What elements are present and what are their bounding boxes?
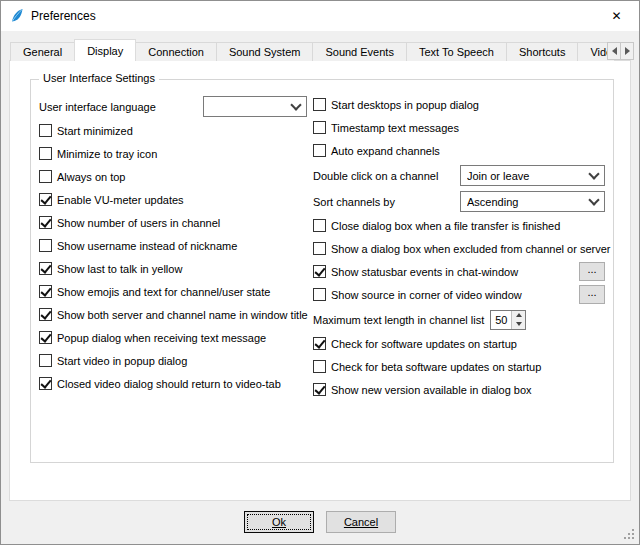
- tab-general[interactable]: General: [10, 42, 75, 61]
- checkbox-label: Show username instead of nickname: [57, 240, 237, 252]
- chevron-down-icon: [290, 99, 301, 110]
- checkbox-label: Start minimized: [57, 125, 133, 137]
- checkbox[interactable]: [313, 383, 326, 396]
- tab-connection[interactable]: Connection: [135, 42, 217, 61]
- checkbox[interactable]: [39, 147, 52, 160]
- checkbox-last-talk-yellow[interactable]: Show last to talk in yellow: [39, 262, 182, 275]
- left-column: User interface language Start minimized …: [39, 96, 307, 398]
- checkbox-video-popup[interactable]: Start video in popup dialog: [39, 354, 187, 367]
- maxlen-spinbox[interactable]: 50: [490, 310, 526, 330]
- checkbox[interactable]: [313, 360, 326, 373]
- checkbox[interactable]: [39, 331, 52, 344]
- user-interface-settings-group: User Interface Settings User interface l…: [30, 79, 614, 463]
- checkbox[interactable]: [313, 242, 326, 255]
- checkbox[interactable]: [39, 262, 52, 275]
- checkbox-label: Show new version available in dialog box: [331, 384, 532, 396]
- checkbox[interactable]: [39, 285, 52, 298]
- tab-scroll-left-icon[interactable]: [607, 42, 621, 60]
- language-combo[interactable]: [203, 96, 307, 117]
- checkbox[interactable]: [313, 144, 326, 157]
- spin-up-icon[interactable]: [512, 311, 525, 320]
- chevron-down-icon: [588, 168, 599, 179]
- checkbox[interactable]: [39, 193, 52, 206]
- right-column: Start desktops in popup dialog Timestamp…: [313, 96, 605, 404]
- checkbox-timestamp-messages[interactable]: Timestamp text messages: [313, 121, 459, 134]
- checkbox-label: Show both server and channel name in win…: [57, 309, 308, 321]
- dialog-buttons: Ok Cancel: [1, 511, 639, 533]
- checkbox-show-username[interactable]: Show username instead of nickname: [39, 239, 237, 252]
- checkbox-beta-update-check[interactable]: Check for beta software updates on start…: [313, 360, 541, 373]
- checkbox-window-title-names[interactable]: Show both server and channel name in win…: [39, 308, 308, 321]
- checkbox-minimize-tray[interactable]: Minimize to tray icon: [39, 147, 157, 160]
- checkbox-label: Start desktops in popup dialog: [331, 99, 479, 111]
- tab-shortcuts[interactable]: Shortcuts: [506, 42, 578, 61]
- checkbox[interactable]: [39, 308, 52, 321]
- sort-channels-label: Sort channels by: [313, 196, 395, 208]
- checkbox-label: Show last to talk in yellow: [57, 263, 182, 275]
- checkbox-label: Show source in corner of video window: [331, 289, 522, 301]
- spinner: [511, 311, 525, 329]
- checkbox-start-minimized[interactable]: Start minimized: [39, 124, 133, 137]
- checkbox[interactable]: [39, 239, 52, 252]
- ok-label: Ok: [272, 516, 286, 528]
- checkbox-label: Show emojis and text for channel/user st…: [57, 286, 270, 298]
- checkbox-label: Enable VU-meter updates: [57, 194, 184, 206]
- checkbox-label: Always on top: [57, 171, 125, 183]
- tab-sound-events[interactable]: Sound Events: [312, 42, 407, 61]
- checkbox[interactable]: [39, 354, 52, 367]
- checkbox-excluded-dialog[interactable]: Show a dialog box when excluded from cha…: [313, 242, 610, 255]
- checkbox-label: Check for beta software updates on start…: [331, 361, 541, 373]
- checkbox-label: Show statusbar events in chat-window: [331, 266, 518, 278]
- spin-down-icon[interactable]: [512, 320, 525, 329]
- checkbox-label: Timestamp text messages: [331, 122, 459, 134]
- checkbox[interactable]: [313, 121, 326, 134]
- checkbox[interactable]: [313, 265, 326, 278]
- app-icon: [9, 8, 25, 24]
- checkbox[interactable]: [313, 98, 326, 111]
- window-title: Preferences: [31, 9, 96, 23]
- statusbar-ellipsis-button[interactable]: ...: [579, 262, 605, 281]
- checkbox-statusbar-events[interactable]: Show statusbar events in chat-window: [313, 265, 518, 278]
- tab-scroll-right-icon[interactable]: [620, 42, 634, 60]
- sort-channels-combo[interactable]: Ascending: [460, 191, 605, 212]
- checkbox-always-on-top[interactable]: Always on top: [39, 170, 125, 183]
- ok-button[interactable]: Ok: [244, 511, 314, 533]
- checkbox-new-version-dialog[interactable]: Show new version available in dialog box: [313, 383, 532, 396]
- tab-text-to-speech[interactable]: Text To Speech: [406, 42, 507, 61]
- checkbox[interactable]: [39, 124, 52, 137]
- maxlen-label: Maximum text length in channel list: [313, 314, 484, 326]
- tab-sound-system[interactable]: Sound System: [216, 42, 314, 61]
- checkbox[interactable]: [313, 337, 326, 350]
- spinbox-value: 50: [491, 311, 511, 329]
- checkbox-label: Show a dialog box when excluded from cha…: [331, 243, 610, 255]
- checkbox-label: Auto expand channels: [331, 145, 440, 157]
- tab-display[interactable]: Display: [74, 39, 136, 61]
- close-button[interactable]: ✕: [594, 1, 639, 31]
- cancel-button[interactable]: Cancel: [326, 511, 396, 533]
- checkbox[interactable]: [313, 219, 326, 232]
- checkbox-show-user-count[interactable]: Show number of users in channel: [39, 216, 220, 229]
- double-click-combo[interactable]: Join or leave: [460, 165, 605, 186]
- checkbox-vu-meter-updates[interactable]: Enable VU-meter updates: [39, 193, 184, 206]
- preferences-dialog: Preferences ✕ General Display Connection…: [0, 0, 640, 545]
- language-label: User interface language: [39, 101, 156, 113]
- videosource-ellipsis-button[interactable]: ...: [579, 285, 605, 304]
- cancel-label: Cancel: [344, 516, 378, 528]
- checkbox[interactable]: [313, 288, 326, 301]
- checkbox-label: Closed video dialog should return to vid…: [57, 378, 281, 390]
- checkbox-label: Popup dialog when receiving text message: [57, 332, 266, 344]
- checkbox-auto-expand[interactable]: Auto expand channels: [313, 144, 440, 157]
- checkbox[interactable]: [39, 216, 52, 229]
- checkbox-label: Show number of users in channel: [57, 217, 220, 229]
- checkbox-video-source-corner[interactable]: Show source in corner of video window: [313, 288, 522, 301]
- checkbox-label: Close dialog box when a file transfer is…: [331, 220, 560, 232]
- checkbox-emoji-state[interactable]: Show emojis and text for channel/user st…: [39, 285, 270, 298]
- checkbox-popup-text-message[interactable]: Popup dialog when receiving text message: [39, 331, 266, 344]
- checkbox-desktops-popup[interactable]: Start desktops in popup dialog: [313, 98, 479, 111]
- checkbox-video-return-tab[interactable]: Closed video dialog should return to vid…: [39, 377, 281, 390]
- checkbox[interactable]: [39, 170, 52, 183]
- checkbox[interactable]: [39, 377, 52, 390]
- checkbox-filetransfer-close[interactable]: Close dialog box when a file transfer is…: [313, 219, 560, 232]
- resize-grip-icon[interactable]: [624, 529, 635, 540]
- checkbox-update-check[interactable]: Check for software updates on startup: [313, 337, 517, 350]
